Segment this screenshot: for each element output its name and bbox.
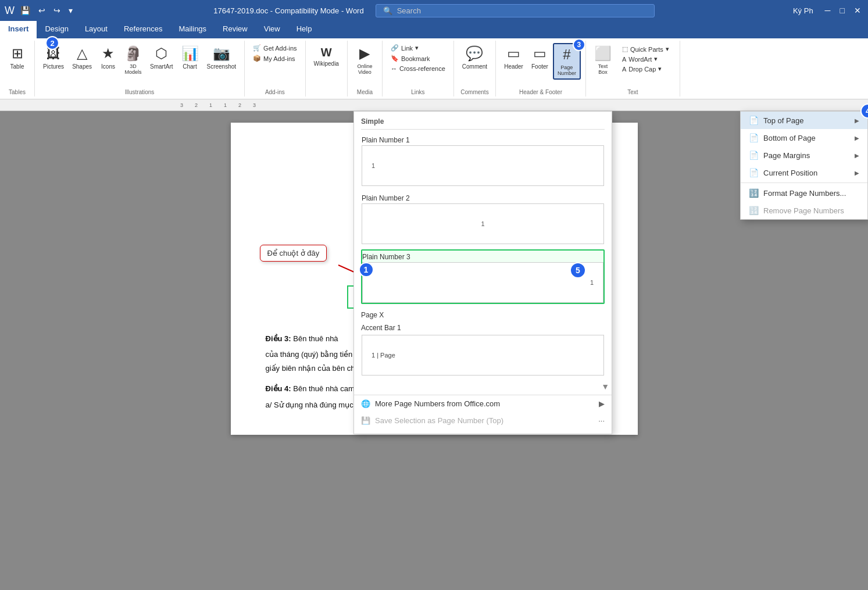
3d-models-icon: 🗿 (124, 45, 142, 62)
search-input[interactable] (397, 6, 647, 15)
comments-group-label: Comments (460, 89, 488, 96)
tab-view[interactable]: View (256, 21, 288, 38)
tab-design[interactable]: Design (37, 21, 76, 38)
format-page-numbers-icon: 🔢 (749, 188, 759, 198)
scroll-down-icon[interactable]: ▼ (601, 382, 609, 391)
page-number-gallery: Simple Plain Number 1 1 Plain Number 2 1… (353, 111, 612, 434)
gallery-item-plain-number-2[interactable]: Plain Number 2 1 (361, 191, 605, 245)
gallery-scroll[interactable]: Simple Plain Number 1 1 Plain Number 2 1… (354, 112, 612, 381)
wordart-button[interactable]: A WordArt ▾ (619, 54, 673, 64)
ribbon-group-tables: ⊞ Table Tables (0, 41, 35, 96)
addins-group-label: Add-ins (265, 89, 285, 96)
page-margins-icon: 📄 (749, 151, 759, 160)
tab-insert[interactable]: Insert (0, 21, 37, 38)
remove-page-numbers-icon: 🔢 (749, 206, 759, 215)
bookmark-icon: 🔖 (391, 55, 399, 62)
cross-reference-button[interactable]: ↔ Cross-reference (387, 64, 449, 73)
ribbon-group-header-footer: ▭ Header ▭ Footer 3 # PageNumber Header … (496, 41, 586, 96)
page-number-dropdown: 📄 Top of Page ▶ 📄 Bottom of Page ▶ 📄 Pag… (740, 111, 868, 220)
page-number-icon: # (563, 47, 570, 63)
smartart-button[interactable]: ⬡ SmartArt (147, 43, 176, 72)
table-button[interactable]: ⊞ Table (6, 43, 29, 72)
gallery-item-3-label: Plain Number 3 (362, 251, 603, 262)
tab-help[interactable]: Help (288, 21, 320, 38)
screenshot-button[interactable]: 📷 Screenshot (203, 43, 240, 72)
header-button[interactable]: ▭ Header (501, 43, 527, 72)
accent-bar-text: 1 | Page (372, 352, 395, 359)
dropdown-item-page-margins[interactable]: 📄 Page Margins ▶ (741, 146, 867, 164)
get-addins-button[interactable]: 🛒 Get Add-ins (249, 43, 300, 53)
dropdown-item-format-page-numbers[interactable]: 🔢 Format Page Numbers... (741, 184, 867, 202)
drop-cap-icon: A (622, 66, 626, 73)
tab-references[interactable]: References (116, 21, 170, 38)
illustrations-group-label: Illustrations (125, 89, 155, 96)
tab-layout[interactable]: Layout (77, 21, 116, 38)
main-area: Để chuột ở đây 1 Điều 3: Bên thuê nh (0, 111, 868, 590)
top-of-page-icon: 📄 (749, 116, 759, 125)
search-box[interactable]: 🔍 (376, 4, 655, 17)
page-number-button[interactable]: 3 # PageNumber (553, 43, 581, 80)
gallery-item-pagex-label: Page X (361, 309, 605, 321)
customize-quick-access-button[interactable]: ▾ (66, 5, 75, 16)
redo-button[interactable]: ↪ (51, 5, 63, 16)
chart-icon: 📊 (181, 45, 199, 62)
bookmark-button[interactable]: 🔖 Bookmark (387, 53, 434, 63)
gallery-section-simple: Simple (361, 112, 605, 130)
wordart-icon: A (622, 56, 626, 63)
text-box-button[interactable]: ⬜ TextBox (591, 43, 615, 77)
dropdown-item-top-of-page[interactable]: 📄 Top of Page ▶ (741, 112, 867, 129)
icons-button[interactable]: ★ Icons (97, 43, 120, 72)
wikipedia-button[interactable]: W Wikipedia (310, 43, 342, 69)
user-name: Ký Ph (793, 6, 818, 15)
tables-group-label: Tables (9, 89, 26, 96)
online-video-button[interactable]: ▶ OnlineVideo (353, 43, 376, 77)
icons-icon: ★ (102, 45, 115, 62)
page-number-preview-3: 1 (590, 279, 594, 286)
ribbon-group-wikipedia: W Wikipedia (306, 41, 348, 96)
gallery-item-3-preview: 1 (362, 262, 603, 303)
ribbon-group-text: ⬜ TextBox ⬚ Quick Parts ▾ A WordArt ▾ A … (586, 41, 680, 96)
ellipsis-dots: ··· (598, 416, 605, 425)
shapes-icon: △ (77, 45, 87, 62)
dropdown-item-remove-page-numbers: 🔢 Remove Page Numbers (741, 202, 867, 219)
page-number-preview-1: 1 (372, 162, 375, 169)
my-addins-button[interactable]: 📦 My Add-ins (249, 53, 298, 63)
shapes-button[interactable]: △ Shapes (69, 43, 95, 72)
ribbon-group-comments: 💬 Comment Comments (454, 41, 496, 96)
comment-button[interactable]: 💬 Comment (459, 43, 491, 72)
restore-button[interactable]: □ (838, 5, 847, 16)
text-tools-column: ⬚ Quick Parts ▾ A WordArt ▾ A Drop Cap ▾ (616, 43, 675, 75)
globe-icon: 🌐 (361, 399, 370, 408)
badge-2: 2 (45, 36, 59, 50)
save-button[interactable]: 💾 (18, 5, 33, 16)
drop-cap-button[interactable]: A Drop Cap ▾ (619, 64, 673, 74)
ribbon-group-addins: 🛒 Get Add-ins 📦 My Add-ins Add-ins (245, 41, 305, 96)
tooltip-annotation: Để chuột ở đây (260, 245, 327, 262)
gallery-item-accentbar-label: Accent Bar 1 (361, 321, 605, 334)
media-group-label: Media (357, 89, 373, 96)
gallery-footer-more-link[interactable]: 🌐 More Page Numbers from Office.com ▶ (354, 395, 612, 412)
word-logo-icon: W (5, 5, 15, 17)
title-bar-center: 17647-2019.doc - Compatibility Mode - Wo… (80, 4, 788, 17)
close-button[interactable]: ✕ (852, 5, 863, 16)
undo-button[interactable]: ↩ (36, 5, 48, 16)
chevron-right-icon-3: ▶ (855, 152, 859, 159)
quick-parts-button[interactable]: ⬚ Quick Parts ▾ (619, 44, 673, 54)
link-button[interactable]: 🔗 Link ▾ (387, 43, 422, 53)
tab-review[interactable]: Review (215, 21, 256, 38)
cross-ref-icon: ↔ (391, 65, 397, 72)
gallery-item-accent-bar-1[interactable]: 1 | Page (361, 334, 605, 376)
tab-mailings[interactable]: Mailings (170, 21, 215, 38)
text-box-icon: ⬜ (594, 45, 612, 62)
gallery-item-2-label: Plain Number 2 (362, 192, 604, 203)
footer-button[interactable]: ▭ Footer (528, 43, 552, 72)
3d-models-button[interactable]: 🗿 3DModels (121, 43, 145, 77)
dropdown-item-current-position[interactable]: 📄 Current Position ▶ (741, 164, 867, 181)
chart-button[interactable]: 📊 Chart (178, 43, 202, 72)
gallery-item-accent-preview: 1 | Page (362, 335, 604, 376)
gallery-item-plain-number-3[interactable]: Plain Number 3 1 5 (361, 249, 605, 304)
minimize-button[interactable]: ─ (823, 5, 833, 16)
gallery-item-plain-number-1[interactable]: Plain Number 1 1 (361, 133, 605, 187)
dropdown-item-bottom-of-page[interactable]: 📄 Bottom of Page ▶ (741, 129, 867, 146)
badge-3: 3 (573, 38, 585, 51)
